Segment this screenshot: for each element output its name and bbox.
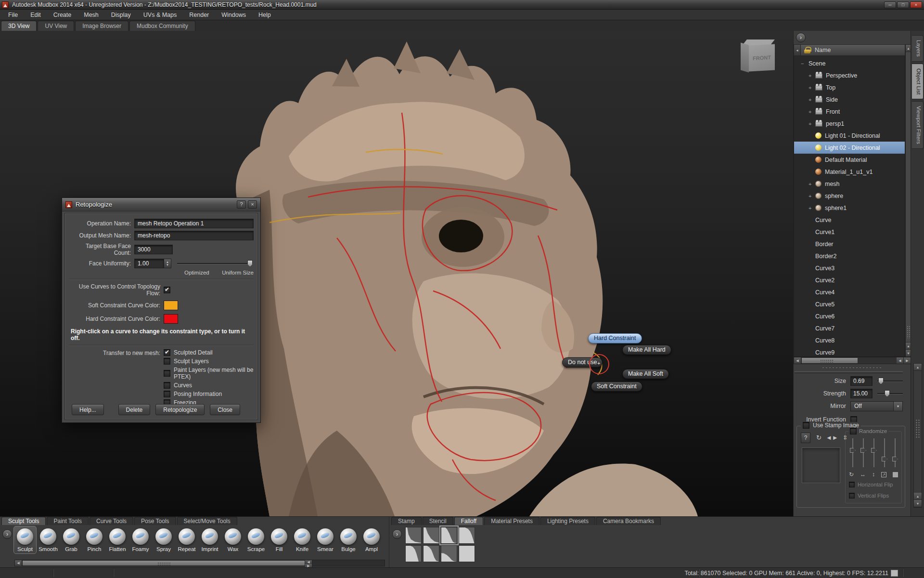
minimize-button[interactable]: ─: [884, 1, 896, 8]
rotate-icon[interactable]: ↻: [816, 434, 821, 441]
scroll-left-icon[interactable]: ◀: [794, 357, 801, 364]
expand-icon[interactable]: [808, 121, 813, 127]
panel-splitter[interactable]: [821, 367, 882, 369]
close-dialog-button[interactable]: Close: [210, 404, 240, 415]
tree-item[interactable]: Front: [794, 105, 905, 118]
preset-tab[interactable]: Stamp: [391, 517, 422, 525]
horizontal-flip-checkbox[interactable]: [849, 482, 855, 487]
side-tab[interactable]: Object List: [912, 64, 924, 99]
maximize-button[interactable]: □: [897, 1, 909, 8]
scrollbar-thumb[interactable]: [22, 560, 305, 566]
stamp-browse-button[interactable]: ?: [801, 433, 810, 443]
tool-button[interactable]: Sculpt: [13, 526, 37, 554]
scroll-up-icon[interactable]: ▲: [914, 364, 922, 371]
use-stamp-image-checkbox[interactable]: [803, 422, 809, 429]
lock-icon[interactable]: [804, 47, 810, 53]
menu-item[interactable]: Create: [47, 10, 78, 20]
menu-item[interactable]: Render: [183, 10, 215, 20]
properties-scrollbar[interactable]: ▲ ▲ ▼: [913, 363, 922, 508]
preset-tab[interactable]: Camera Bookmarks: [596, 517, 661, 525]
scrollbar-thumb[interactable]: [914, 371, 922, 493]
menu-item[interactable]: Display: [105, 10, 137, 20]
transfer-checkbox[interactable]: [164, 370, 170, 377]
tool-button[interactable]: Grab: [60, 526, 83, 554]
tool-button[interactable]: Repeat: [175, 526, 198, 554]
tool-button[interactable]: Flatten: [106, 526, 129, 554]
slider-handle[interactable]: [871, 448, 877, 453]
tool-tab[interactable]: Sculpt Tools: [1, 517, 46, 525]
tool-tab[interactable]: Select/Move Tools: [177, 517, 237, 525]
dialog-help-icon[interactable]: ?: [237, 200, 246, 209]
tool-button[interactable]: Ampl: [360, 526, 383, 554]
menu-item-soft-constraint[interactable]: Soft Constraint: [591, 381, 642, 392]
slider-handle[interactable]: [860, 448, 866, 453]
menu-item[interactable]: Windows: [215, 10, 252, 20]
face-uniformity-spinner[interactable]: ▲▼: [164, 259, 171, 268]
expand-icon[interactable]: [808, 205, 813, 211]
horizontal-tile-icon[interactable]: ◄►: [826, 434, 838, 441]
tree-item[interactable]: Curve9: [794, 346, 905, 357]
tool-button[interactable]: Wax: [221, 526, 244, 554]
transfer-checkbox[interactable]: [164, 349, 170, 356]
scroll-down-icon[interactable]: ▼: [914, 500, 922, 507]
view-cube[interactable]: FRONT: [737, 37, 781, 75]
view-cube-front-face[interactable]: FRONT: [749, 44, 775, 72]
dialog-close-icon[interactable]: ×: [248, 200, 257, 209]
menu-item-hard-constraint[interactable]: Hard Constraint: [588, 333, 642, 343]
menu-item[interactable]: Edit: [24, 10, 47, 20]
expand-icon[interactable]: [808, 193, 813, 199]
tree-item[interactable]: Top: [794, 81, 905, 93]
scroll-left-icon[interactable]: ◂: [794, 45, 801, 55]
tool-button[interactable]: Spray: [152, 526, 175, 554]
operation-name-input[interactable]: mesh Retopo Operation 1: [134, 219, 254, 228]
transfer-option[interactable]: Paint Layers (new mesh will be PTEX): [164, 367, 254, 380]
tool-button[interactable]: Smear: [314, 526, 337, 554]
preset-tab[interactable]: Falloff: [454, 517, 483, 525]
face-uniformity-slider[interactable]: [177, 259, 253, 268]
tree-item[interactable]: Default Material: [794, 154, 905, 166]
falloff-preset[interactable]: [423, 527, 439, 544]
falloff-preset[interactable]: [405, 545, 422, 562]
slider-handle[interactable]: [892, 457, 898, 461]
side-tab[interactable]: Layers: [912, 35, 924, 62]
tool-tab[interactable]: Paint Tools: [47, 517, 88, 525]
view-tab[interactable]: UV View: [38, 21, 74, 31]
tree-item[interactable]: Curve7: [794, 322, 905, 334]
tree-horizontal-scrollbar[interactable]: ◀ ◀ ▶: [794, 357, 911, 364]
randomize-checkbox[interactable]: [850, 428, 857, 434]
strength-input[interactable]: 15.00: [850, 389, 873, 398]
scroll-left-icon[interactable]: ◀: [305, 560, 312, 564]
hard-constraint-color-swatch[interactable]: [164, 314, 178, 324]
tool-tab[interactable]: Curve Tools: [90, 517, 133, 525]
close-button[interactable]: ×: [910, 1, 922, 8]
tree-item[interactable]: Border2: [794, 250, 905, 262]
tree-item[interactable]: Curve8: [794, 334, 905, 346]
transfer-option[interactable]: Sculpted Detail: [164, 349, 254, 356]
randomize-slider[interactable]: [892, 438, 898, 467]
view-tab[interactable]: Image Browser: [75, 21, 128, 31]
tool-tab[interactable]: Pose Tools: [134, 517, 176, 525]
menu-item-make-all-hard[interactable]: Make All Hard: [622, 345, 671, 355]
tool-button[interactable]: Smooth: [37, 526, 60, 554]
menu-item[interactable]: Help: [252, 10, 277, 20]
expand-icon[interactable]: [808, 181, 813, 187]
tree-item[interactable]: mesh: [794, 178, 905, 190]
tree-item[interactable]: Curve1: [794, 226, 905, 238]
slider-handle[interactable]: [882, 457, 887, 461]
slider-handle[interactable]: [878, 378, 884, 384]
falloff-preset[interactable]: [441, 527, 457, 544]
expand-icon[interactable]: [808, 97, 813, 103]
tree-item[interactable]: persp1: [794, 118, 905, 130]
output-mesh-name-input[interactable]: mesh-retopo: [134, 231, 254, 240]
tree-item[interactable]: Curve6: [794, 310, 905, 322]
tool-button[interactable]: Knife: [291, 526, 314, 554]
collapse-icon[interactable]: [801, 61, 806, 66]
tree-item[interactable]: Light 02 - Directional: [794, 142, 905, 154]
transfer-option[interactable]: Posing Information: [164, 391, 254, 397]
slider-handle[interactable]: [850, 448, 856, 453]
help-button[interactable]: Help...: [72, 404, 104, 415]
tool-button[interactable]: Fill: [268, 526, 291, 554]
randomize-slider[interactable]: [860, 438, 866, 467]
slider-handle[interactable]: [247, 260, 253, 267]
tool-button[interactable]: Foamy: [129, 526, 152, 554]
